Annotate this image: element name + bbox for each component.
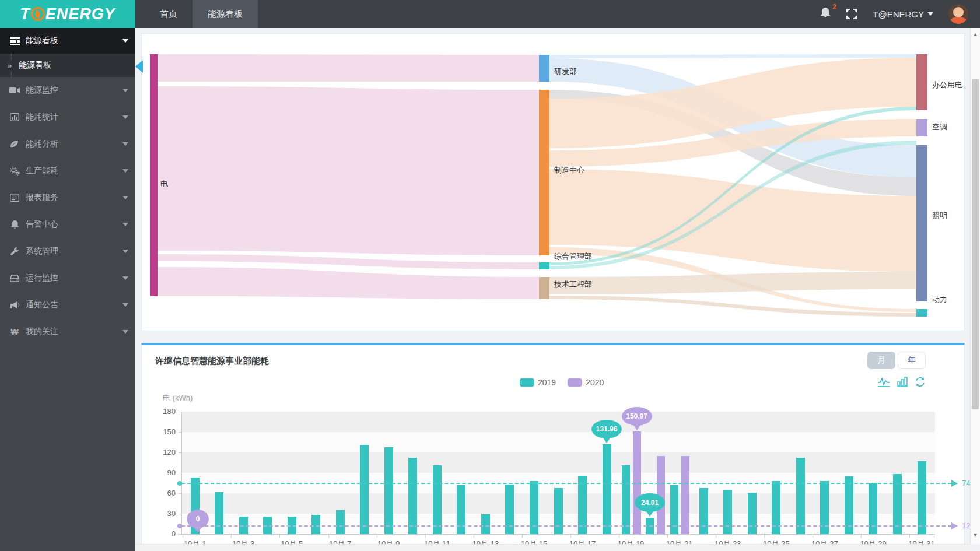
- bar-2019-day24[interactable]: [748, 493, 757, 534]
- sidebar-item-label: 能源监控: [26, 85, 58, 96]
- sankey-node[interactable]: [539, 55, 550, 82]
- watch-icon: ₩: [9, 328, 20, 336]
- leaf-icon: [34, 9, 41, 18]
- avatar[interactable]: [949, 4, 968, 24]
- sidebar-group-energy-dashboard[interactable]: 能源看板: [0, 28, 135, 54]
- megaphone-icon: [9, 301, 20, 309]
- active-item-pointer-icon: [135, 60, 143, 73]
- sidebar-item-label: 系统管理: [26, 246, 58, 257]
- bar-2019-day6[interactable]: [312, 515, 320, 534]
- sankey-link[interactable]: [158, 267, 539, 299]
- bar-2019-day12[interactable]: [457, 485, 466, 534]
- sidebar-item[interactable]: 能耗分析: [0, 131, 135, 157]
- sankey-node-label: 空调: [932, 122, 947, 131]
- sidebar-items: 能源监控能耗统计能耗分析生产能耗报表服务告警中心系统管理运行监控通知公告₩我的关…: [0, 77, 135, 345]
- double-arrow-icon: »: [8, 60, 12, 71]
- tab-energy-dashboard[interactable]: 能源看板: [192, 0, 258, 28]
- logo-at-icon: [31, 7, 45, 21]
- sidebar-item-label: 能耗分析: [26, 139, 58, 149]
- sidebar-item[interactable]: 能耗统计: [0, 104, 135, 131]
- year-toggle-button[interactable]: 年: [898, 352, 926, 369]
- bar-chart-icon[interactable]: [897, 377, 908, 387]
- user-menu[interactable]: T@ENERGY: [873, 9, 933, 19]
- x-axis-tick: [522, 535, 523, 538]
- sankey-node[interactable]: [916, 54, 928, 110]
- chevron-down-icon: [123, 250, 128, 253]
- sankey-node[interactable]: [916, 309, 928, 317]
- sidebar-item[interactable]: ₩我的关注: [0, 318, 135, 345]
- bar-2020-day21[interactable]: [681, 456, 690, 534]
- sankey-link[interactable]: [158, 54, 539, 82]
- page-scrollbar[interactable]: ▲ ▼: [970, 28, 980, 544]
- bar-2019-day21[interactable]: [670, 485, 678, 534]
- legend-swatch-2019: [520, 378, 534, 387]
- sidebar-item[interactable]: 报表服务: [0, 184, 135, 211]
- sankey-node[interactable]: [916, 119, 928, 136]
- sankey-chart[interactable]: 电研发部制造中心综合管理部技术工程部办公用电空调照明动力: [142, 34, 964, 331]
- bar-2019-day23[interactable]: [723, 490, 732, 534]
- bar-2019-day16[interactable]: [554, 488, 563, 534]
- sankey-node[interactable]: [916, 145, 928, 301]
- scroll-up-icon[interactable]: ▲: [972, 31, 978, 37]
- bottom-scroll-strip[interactable]: [135, 544, 970, 551]
- bar-2019-day31[interactable]: [918, 461, 926, 534]
- x-axis-tick: [716, 535, 716, 538]
- bar-2019-day10[interactable]: [408, 458, 417, 534]
- sidebar-item[interactable]: 通知公告: [0, 292, 135, 318]
- bar-2019-day18[interactable]: [603, 444, 611, 534]
- x-axis-tick: [909, 535, 910, 538]
- sankey-node[interactable]: [539, 90, 550, 255]
- bar-2019-day14[interactable]: [505, 485, 514, 534]
- grid-band: [181, 412, 935, 432]
- bar-2019-day8[interactable]: [360, 445, 369, 534]
- notification-bell[interactable]: 2: [820, 7, 831, 21]
- sidebar-item-energy-dashboard[interactable]: » 能源看板: [0, 54, 135, 77]
- avg-line-start-dot: [177, 524, 182, 528]
- scrollbar-thumb[interactable]: [972, 79, 979, 409]
- sidebar-item[interactable]: 运行监控: [0, 265, 135, 292]
- bar-2019-day29[interactable]: [869, 483, 877, 535]
- month-toggle-button[interactable]: 月: [867, 352, 895, 369]
- x-axis-tick: [231, 535, 232, 538]
- bar-2019-day9[interactable]: [384, 447, 393, 534]
- bar-2019-day26[interactable]: [796, 458, 805, 534]
- sankey-link[interactable]: [158, 86, 539, 255]
- sankey-node-label: 电: [160, 180, 168, 188]
- x-axis-line: [181, 534, 935, 535]
- sidebar-item[interactable]: 系统管理: [0, 238, 135, 265]
- sankey-link[interactable]: [550, 296, 916, 317]
- stats-icon: [9, 113, 20, 121]
- sidebar-item-label: 能耗统计: [26, 112, 58, 122]
- sankey-node[interactable]: [539, 277, 550, 299]
- bar-2019-day22[interactable]: [699, 488, 708, 534]
- bell-icon: [820, 7, 831, 19]
- x-axis-tick: [279, 535, 280, 538]
- scroll-down-icon[interactable]: ▼: [972, 532, 978, 538]
- bar-2019-day2[interactable]: [215, 492, 223, 534]
- chevron-down-icon: [123, 330, 128, 334]
- top-header: TENERGY 首页 能源看板 2 T@ENERGY: [0, 0, 980, 28]
- bar-2019-day7[interactable]: [336, 510, 345, 534]
- bar-2019-day13[interactable]: [481, 514, 490, 534]
- sidebar-item[interactable]: 能源监控: [0, 77, 135, 104]
- refresh-icon[interactable]: [915, 377, 926, 387]
- sidebar-item-label: 报表服务: [26, 192, 58, 203]
- sidebar-item[interactable]: 告警中心: [0, 211, 135, 238]
- bar-2019-day11[interactable]: [433, 465, 442, 534]
- sidebar-item[interactable]: 生产能耗: [0, 157, 135, 184]
- sankey-link[interactable]: [550, 54, 916, 58]
- sidebar-item-label: 通知公告: [26, 300, 58, 310]
- sankey-link[interactable]: [550, 272, 916, 294]
- sankey-node[interactable]: [539, 262, 550, 269]
- tab-home[interactable]: 首页: [145, 0, 192, 28]
- line-chart-icon[interactable]: [877, 377, 890, 387]
- sidebar: 能源看板 » 能源看板 能源监控能耗统计能耗分析生产能耗报表服务告警中心系统管理…: [0, 28, 135, 551]
- legend-2019[interactable]: 2019: [520, 378, 556, 387]
- legend-2020[interactable]: 2020: [568, 378, 604, 387]
- fullscreen-icon[interactable]: [846, 8, 858, 20]
- chart-legend: 2019 2020: [520, 378, 604, 387]
- bar-2019-day19[interactable]: [622, 465, 630, 534]
- sankey-node[interactable]: [150, 54, 158, 296]
- wrench-icon: [9, 247, 20, 256]
- sankey-link[interactable]: [158, 254, 539, 269]
